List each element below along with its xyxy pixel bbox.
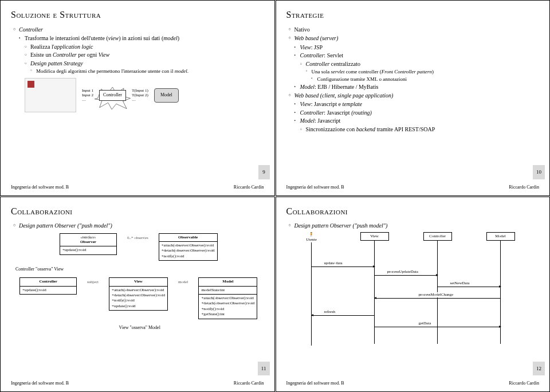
slide-title: Soluzione e Struttura bbox=[11, 9, 264, 21]
slide-footer: Ingegneria del software mod. B Riccardo … bbox=[286, 378, 540, 387]
bullet-item: Sincronizzazione con backend tramite API… bbox=[289, 126, 540, 134]
footer-right: Riccardo Cardin bbox=[509, 185, 539, 191]
message-arrow bbox=[438, 287, 501, 287]
bullet-item: Configurazione tramite XML o annotazioni bbox=[289, 76, 540, 83]
model-node: Model bbox=[154, 88, 179, 103]
bullet-item: Model: EJB / Hibernate / MyBatis bbox=[289, 83, 540, 91]
slide-content: ControllerTrasforma le interazioni dell'… bbox=[11, 26, 264, 182]
page-number: 9 bbox=[258, 165, 270, 179]
transforms-list: T(Input 1) T(Input 2) … bbox=[132, 88, 148, 103]
slide-title: Collaborazioni bbox=[11, 205, 264, 218]
slide-content: Design pattern Observer ("push model") «… bbox=[11, 222, 264, 378]
footer-left: Ingegneria del software mod. B bbox=[286, 381, 344, 387]
footer-left: Ingegneria del software mod. B bbox=[11, 185, 69, 191]
sequence-diagram: 🧍UtenteViewControllerModelupdate datapro… bbox=[289, 232, 540, 352]
uml-model: Model modelState:int +attach(observer:Ob… bbox=[198, 277, 257, 319]
message-arrow bbox=[375, 298, 501, 299]
footer-right: Riccardo Cardin bbox=[234, 185, 264, 191]
slide-footer: Ingegneria del software mod. B Riccardo … bbox=[11, 182, 264, 191]
slide-4: Collaborazioni Design pattern Observer (… bbox=[276, 197, 551, 393]
note-view-model: View "osserva" Model bbox=[15, 325, 264, 331]
footer-left: Ingegneria del software mod. B bbox=[286, 185, 344, 191]
slide-3: Collaborazioni Design pattern Observer (… bbox=[0, 197, 275, 393]
slide-1: Soluzione e Struttura ControllerTrasform… bbox=[0, 0, 275, 196]
bullet-item: Modifica degli algoritmi che permettono … bbox=[13, 68, 264, 75]
assoc-label: model bbox=[178, 277, 188, 285]
bullet-item: Model: Javascript bbox=[289, 117, 540, 125]
uml-observable: Observable +attach(observer:Observer):vo… bbox=[159, 233, 218, 261]
note-controller-view: Controller "osserva" View bbox=[15, 266, 264, 273]
inputs-list: Input 1 Input 2 … bbox=[82, 88, 93, 103]
footer-left: Ingegneria del software mod. B bbox=[11, 381, 69, 387]
message-label: refresh bbox=[323, 309, 336, 315]
bullet-item: Controller: Javascript (routing) bbox=[289, 109, 540, 117]
subtitle: Design pattern Observer ("push model") bbox=[13, 222, 264, 230]
subtitle: Design pattern Observer ("push model") bbox=[289, 222, 540, 230]
lifeline-controller: Controller bbox=[423, 232, 452, 344]
message-arrow bbox=[312, 266, 375, 267]
bullet-item: Realizza l'application logic bbox=[13, 43, 264, 51]
view-screenshot-stub bbox=[25, 78, 76, 112]
bullet-item: Controller: Servlet bbox=[289, 52, 540, 60]
bullet-item: Nativo bbox=[289, 26, 540, 34]
bullet-item: Controller bbox=[13, 26, 264, 34]
slide-title: Strategie bbox=[286, 9, 540, 21]
uml-controller: Controller +update():void bbox=[19, 277, 77, 295]
bullet-item: Controller centralizzato bbox=[289, 60, 540, 68]
bullet-item: View: Javascript e template bbox=[289, 100, 540, 108]
slide-2: Strategie NativoWeb based (server)View: … bbox=[276, 0, 551, 196]
page-number: 10 bbox=[533, 165, 545, 179]
uml-view: View +attach(observer:Observer):void+det… bbox=[109, 277, 168, 311]
svg-marker-0 bbox=[95, 87, 130, 109]
slide-footer: Ingegneria del software mod. B Riccardo … bbox=[286, 182, 540, 191]
message-label: processModelChange bbox=[418, 292, 455, 297]
slide-title: Collaborazioni bbox=[286, 205, 540, 218]
lifeline-view: View bbox=[360, 232, 389, 344]
uml-observer: «interface»Observer +update():void bbox=[60, 233, 117, 255]
bullet-item: Una sola servlet come controller (Front … bbox=[289, 68, 540, 75]
assoc-label: 0..* observes bbox=[127, 233, 148, 241]
message-arrow bbox=[375, 327, 501, 327]
mvc-controller-diagram: Input 1 Input 2 … Controller T(Input 1) … bbox=[25, 78, 264, 112]
bullet-item: Web based (client, single page applicati… bbox=[289, 92, 540, 100]
message-label: getData bbox=[418, 321, 433, 326]
page-number: 11 bbox=[258, 362, 270, 375]
message-label: setNewData bbox=[449, 281, 471, 286]
bullet-item: Esiste un Controller per ogni View bbox=[13, 51, 264, 59]
controller-node: Controller bbox=[99, 90, 126, 101]
message-label: processUpdateData bbox=[386, 269, 419, 275]
slide-content: NativoWeb based (server)View: JSPControl… bbox=[286, 26, 540, 182]
lifeline-utente: 🧍Utente bbox=[297, 232, 326, 346]
assoc-label: subject bbox=[87, 277, 99, 285]
bullet-item: View: JSP bbox=[289, 44, 540, 52]
bullet-item: Web based (server) bbox=[289, 34, 540, 42]
footer-right: Riccardo Cardin bbox=[509, 381, 539, 387]
page-number: 12 bbox=[533, 362, 545, 375]
bullet-item: Design patten Strategy bbox=[13, 60, 264, 68]
uml-class-diagram: «interface»Observer +update():void 0..* … bbox=[13, 233, 264, 332]
message-label: update data bbox=[323, 261, 344, 266]
slide-footer: Ingegneria del software mod. B Riccardo … bbox=[11, 378, 264, 387]
footer-right: Riccardo Cardin bbox=[234, 381, 264, 387]
message-arrow bbox=[312, 315, 375, 316]
message-arrow bbox=[375, 275, 438, 276]
bullet-item: Trasforma le interazioni dell'utente (vi… bbox=[13, 34, 264, 42]
slide-content: Design pattern Observer ("push model") 🧍… bbox=[286, 222, 540, 378]
